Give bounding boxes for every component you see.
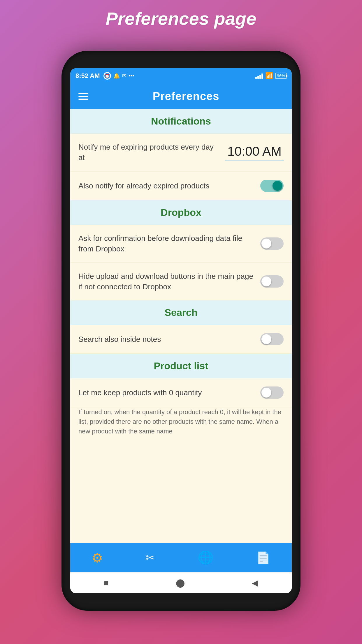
phone-outer: 8:52 AM ⏰ 🔔 ✉ ••• 📶 96%	[61, 51, 301, 611]
toggle-knob	[273, 181, 282, 191]
setting-row-notify-expired: Also notify for already expired products	[70, 172, 292, 200]
toggle-dropbox-hide[interactable]	[260, 275, 284, 288]
bottom-nav: ⚙ ✂ 🌐 📄	[70, 543, 292, 572]
toggle-keep-zero[interactable]	[260, 386, 284, 399]
keep-zero-description: If turned on, when the quantity of a pro…	[70, 407, 292, 444]
hamburger-menu[interactable]	[78, 93, 88, 100]
toggle-knob	[261, 388, 271, 398]
battery-icon: 96%	[275, 73, 287, 79]
setting-row-search-notes: Search also inside notes	[70, 325, 292, 354]
message-icon: ✉	[122, 73, 126, 79]
nav-tools-icon[interactable]: ✂	[145, 551, 155, 564]
wifi-icon: 📶	[265, 72, 273, 80]
section-header-notifications: Notifications	[70, 109, 292, 134]
toggle-knob	[261, 334, 271, 344]
home-button[interactable]: ⬤	[176, 578, 185, 588]
app-bar-title: Preferences	[88, 90, 284, 103]
toggle-knob	[261, 239, 271, 249]
section-header-search: Search	[70, 300, 292, 325]
section-header-product-list: Product list	[70, 354, 292, 378]
time-picker[interactable]: 10:00 AM	[225, 144, 284, 160]
nav-list-icon[interactable]: 📄	[256, 551, 270, 565]
ring-icon: 🔔	[113, 73, 120, 79]
status-right: 📶 96%	[255, 72, 287, 80]
section-header-dropbox: Dropbox	[70, 200, 292, 225]
toggle-knob	[261, 276, 271, 286]
dots-icon: •••	[129, 73, 134, 79]
nav-globe-icon[interactable]: 🌐	[198, 550, 214, 565]
recent-apps-button[interactable]: ■	[104, 578, 109, 588]
toggle-dropbox-confirm[interactable]	[260, 237, 284, 250]
setting-row-dropbox-hide: Hide upload and download buttons in the …	[70, 263, 292, 301]
toggle-search-notes[interactable]	[260, 333, 284, 345]
setting-row-keep-zero: Let me keep products with 0 quantity	[70, 378, 292, 407]
nav-settings-icon[interactable]: ⚙	[92, 550, 103, 565]
status-icons: ⏰ 🔔 ✉ •••	[103, 72, 134, 80]
back-button[interactable]: ◀	[252, 578, 258, 588]
signal-bars	[255, 73, 263, 79]
page-title: Preferences page	[106, 8, 256, 29]
setting-row-notify-time: Notify me of expiring products every day…	[70, 134, 292, 172]
toggle-notify-expired[interactable]	[260, 180, 284, 192]
android-nav: ■ ⬤ ◀	[70, 572, 292, 593]
setting-row-dropbox-confirm: Ask for confirmation before downloading …	[70, 225, 292, 263]
status-bar: 8:52 AM ⏰ 🔔 ✉ ••• 📶 96%	[70, 68, 292, 83]
phone-screen: 8:52 AM ⏰ 🔔 ✉ ••• 📶 96%	[70, 68, 292, 593]
alarm-icon: ⏰	[103, 72, 111, 80]
status-time: 8:52 AM	[75, 72, 100, 80]
content-area[interactable]: Notifications Notify me of expiring prod…	[70, 109, 292, 543]
app-bar: Preferences	[70, 83, 292, 109]
